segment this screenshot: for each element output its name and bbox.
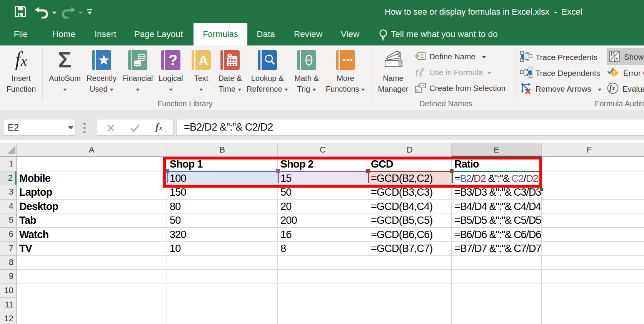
svg-text:fx: fx: [614, 56, 618, 62]
svg-text:fx: fx: [609, 84, 615, 92]
svg-text:15: 15: [610, 52, 615, 56]
svg-text:f: f: [415, 67, 419, 77]
svg-text:!: !: [613, 71, 615, 77]
